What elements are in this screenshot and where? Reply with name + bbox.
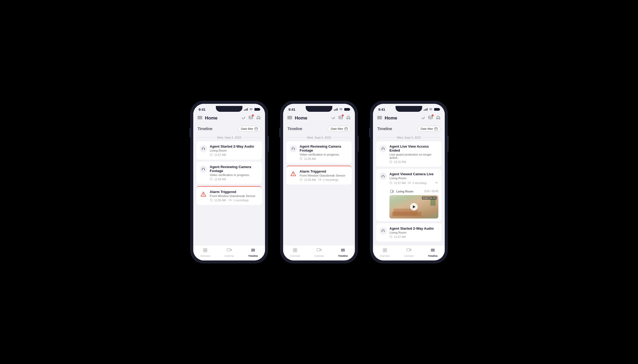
battery-icon [254,108,260,111]
alarm-icon [289,170,297,177]
item-recordings: 1 recording [408,181,426,185]
refresh-icon[interactable] [241,115,245,121]
nav-icon-cameras [406,247,412,254]
nav-item-timeline[interactable]: Timeline [421,247,445,257]
item-time: 11:56 AM [300,157,316,160]
svg-rect-6 [204,149,205,149]
date-text: Wed, Sept 4, 2022 [217,136,241,139]
home-icon[interactable] [346,115,351,121]
timeline-item-camera-live[interactable]: Agent Viewed Camera Live Living Room 11:… [376,169,442,221]
header-title: Home [385,115,397,121]
bottom-nav: Overview Cameras Timeline [283,245,355,260]
timeline-item-agent[interactable]: Agent Reviewing Camera Footage Video ver… [196,162,262,184]
timeline-item-alarm[interactable]: Alarm Triggered Front Window Glassbreak … [286,166,352,185]
nav-item-overview[interactable]: Overview [283,247,307,257]
phone-phone2: 9:41 Home [280,101,358,263]
chevron-up-icon[interactable] [435,181,438,185]
svg-point-18 [205,250,207,252]
phone-phone3: 9:41 Home [370,101,447,263]
item-content: Agent Started 2-Way Audio Living Room 11… [210,144,259,156]
svg-rect-4 [255,127,258,130]
home-icon[interactable] [436,115,440,121]
item-time: 11:57 AM [389,235,406,238]
nav-label-overview: Overview [200,255,210,257]
nav-item-timeline[interactable]: Timeline [241,247,265,257]
menu-icon[interactable] [287,115,292,121]
wifi-icon [339,108,343,111]
nav-item-cameras[interactable]: Cameras [217,247,241,257]
timeline-item-alarm[interactable]: Alarm Triggered Front Window Glassbreak … [196,186,262,205]
svg-point-12 [203,195,204,196]
agent-icon [379,145,387,152]
mail-badge [342,114,344,116]
timeline-item-agent[interactable]: Agent Reviewing Camera Footage Video ver… [286,141,352,164]
date-filter-button[interactable]: Date filter [238,126,261,132]
nav-icon-timeline [340,247,346,254]
svg-rect-65 [407,249,410,251]
nav-item-timeline[interactable]: Timeline [331,247,355,257]
svg-rect-51 [384,149,384,149]
alarm-icon [200,190,207,198]
item-time: 11:55 AM [300,178,316,181]
timeline-item-agent[interactable]: Agent Started 2-Way Audio Living Room 11… [376,223,442,242]
item-time: 11:57 AM [210,153,226,156]
menu-icon[interactable] [198,115,202,121]
nav-label-timeline: Timeline [428,255,438,257]
nav-item-cameras[interactable]: Cameras [397,247,421,257]
header-left: Home [377,115,397,121]
date-filter-button[interactable]: Date filter [328,126,351,132]
item-content: Agent Reviewing Camera Footage Video ver… [300,144,349,160]
item-title: Agent Reviewing Camera Footage [210,165,259,173]
bottom-nav: Overview Cameras Timeline [373,245,445,260]
item-content: Agent Viewed Camera Live Living Room 11:… [389,172,438,220]
refresh-icon[interactable] [421,115,425,121]
date-text: Wed, Sept 4, 2022 [307,136,331,139]
item-meta: 11:57 AM [389,235,438,238]
nav-item-overview[interactable]: Overview [193,247,217,257]
app-header: Home [193,113,265,124]
date-filter-label: Date filter [241,127,253,130]
bottom-nav: Overview Cameras Timeline [193,245,265,260]
mail-icon[interactable] [428,115,433,121]
svg-rect-58 [381,231,382,232]
mail-badge [252,114,254,116]
recording-expanded: Living Room 0:04 / 00:45 0:04 / 00:45 [389,187,438,220]
item-meta: 11:55 AM 1 recordings [210,199,259,202]
item-content: Agent Started 2-Way Audio Living Room 11… [389,226,438,238]
svg-point-62 [385,248,387,250]
date-filter-button[interactable]: Date filter [418,126,440,132]
nav-label-overview: Overview [380,255,390,257]
item-subtitle: Live guard protection no longer active. [389,153,438,159]
date-separator: Wed, Sept 4, 2022 [283,134,355,141]
signal-icon [424,108,428,111]
item-subtitle: Video verification in progress. [300,153,349,156]
svg-rect-14 [229,199,231,201]
nav-icon-overview [382,247,388,254]
svg-rect-35 [319,179,321,181]
timeline-item-agent[interactable]: Agent Live View Access Ended Live guard … [376,141,442,167]
agent-icon [379,173,387,180]
svg-point-36 [293,248,295,250]
refresh-icon[interactable] [331,115,335,121]
svg-rect-54 [384,176,384,177]
nav-item-cameras[interactable]: Cameras [307,247,331,257]
nav-item-overview[interactable]: Overview [373,247,397,257]
status-time: 9:41 [378,108,385,112]
nav-label-cameras: Cameras [224,255,234,257]
timeline-item-agent[interactable]: Agent Started 2-Way Audio Living Room 11… [196,141,262,160]
date-text: Wed, Sept 4, 2022 [397,136,421,139]
svg-rect-28 [345,127,347,130]
item-subtitle: Living Room [389,177,438,180]
svg-point-16 [205,248,207,250]
item-title: Agent Started 2-Way Audio [389,226,438,230]
mail-icon[interactable] [249,115,253,121]
mail-badge [432,114,434,116]
timeline-header: Timeline Date filter [193,124,265,134]
svg-rect-25 [287,117,292,118]
app-header: Home [373,113,445,124]
menu-icon[interactable] [377,115,382,121]
item-time: 12:15 PM [389,160,406,164]
play-small-icon[interactable] [389,189,395,194]
home-icon[interactable] [256,115,261,121]
mail-icon[interactable] [338,115,343,121]
